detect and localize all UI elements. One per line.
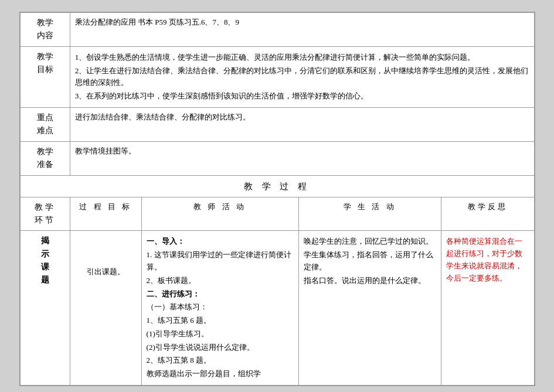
page-container: 教学内容 乘法分配律的应用 书本 P59 页练习五.6、7、8、9 教学目标 1… (19, 12, 535, 386)
label-preparation: 教学准备 (20, 141, 70, 175)
goal-line-1: 1、创设学生熟悉的生活情境，使学生进一步能正确、灵活的应用乘法分配律进行简便计算… (75, 52, 529, 64)
content-content: 乘法分配律的应用 书本 P59 页练习五.6、7、8、9 (70, 13, 534, 47)
label-content: 教学内容 (20, 13, 70, 47)
header-section: 教学环节 (20, 197, 70, 231)
content-difficulty: 进行加法结合律、乘法结合律、分配律的对比练习。 (70, 107, 534, 141)
label-difficulty: 重点难点 (20, 107, 70, 141)
header-reflection: 教学反思 (441, 197, 534, 231)
goal-line-3: 3、在系列的对比练习中，使学生深刻感悟到该知识的生活价值，增强学好数学的信心。 (75, 90, 529, 103)
difficulty-text: 进行加法结合律、乘法结合律、分配律的对比练习。 (75, 113, 250, 121)
process-goal-text: 引出课题。 (70, 231, 141, 386)
table-row-content: 教学内容 乘法分配律的应用 书本 P59 页练习五.6、7、8、9 (20, 13, 534, 47)
table-row-process-1: 揭示课题 引出课题。 一、导入： 1. 这节课我们用学过的一些定律进行简便计算。… (20, 231, 534, 386)
table-row-process-title: 教 学 过 程 (20, 175, 534, 197)
table-row-difficulty: 重点难点 进行加法结合律、乘法结合律、分配律的对比练习。 (20, 107, 534, 141)
reflection-text: 各种简便运算混合在一起进行练习，对于少数学生来说就容易混淆，今后一定要多练。 (441, 231, 534, 386)
header-student-activity: 学 生 活 动 (298, 197, 441, 231)
table-row-process-headers: 教学环节 过 程 目 标 教 师 活 动 学 生 活 动 教学反思 (20, 197, 534, 231)
table-row-preparation: 教学准备 教学情境挂图等。 (20, 141, 534, 175)
preparation-text: 教学情境挂图等。 (75, 146, 136, 155)
main-table: 教学内容 乘法分配律的应用 书本 P59 页练习五.6、7、8、9 教学目标 1… (20, 12, 535, 386)
content-goal: 1、创设学生熟悉的生活情境，使学生进一步能正确、灵活的应用乘法分配律进行简便计算… (70, 46, 534, 107)
label-goal: 教学目标 (20, 46, 70, 107)
process-section-title: 教 学 过 程 (20, 175, 534, 197)
goal-line-2: 2、让学生在进行加法结合律、乘法结合律、分配律的对比练习中，分清它们的联系和区别… (75, 65, 529, 90)
content-preparation: 教学情境挂图等。 (70, 141, 534, 175)
content-text: 乘法分配律的应用 书本 P59 页练习五.6、7、8、9 (75, 18, 239, 26)
header-process-goal: 过 程 目 标 (70, 197, 141, 231)
student-activity-text: 唤起学生的注意，回忆已学过的知识。 学生集体练习，指名回答，运用了什么定律。 指… (298, 231, 441, 386)
section-label-reveal: 揭示课题 (20, 231, 70, 386)
teacher-activity-text: 一、导入： 1. 这节课我们用学过的一些定律进行简便计算。 2、板书课题。 二、… (141, 231, 298, 386)
header-teacher-activity: 教 师 活 动 (141, 197, 298, 231)
table-row-goal: 教学目标 1、创设学生熟悉的生活情境，使学生进一步能正确、灵活的应用乘法分配律进… (20, 46, 534, 107)
